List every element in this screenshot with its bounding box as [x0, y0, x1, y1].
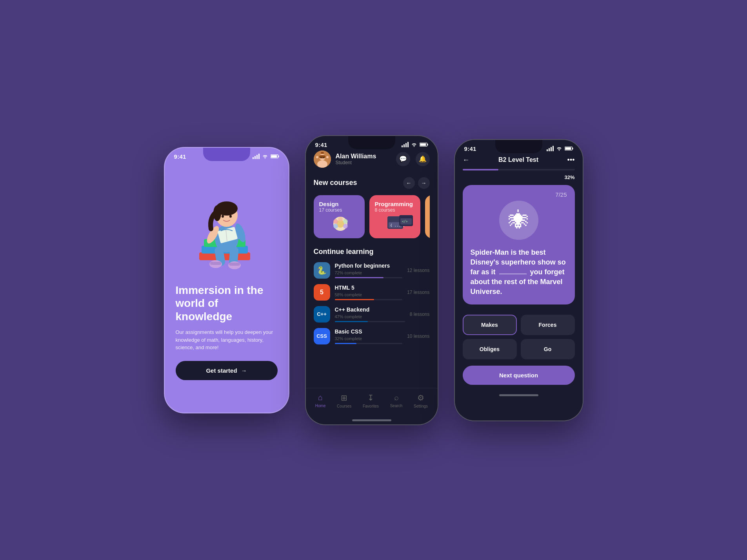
list-item[interactable]: 5 HTML 5 58% complete 17 lessons [314, 284, 430, 301]
battery-icon-2 [420, 142, 428, 147]
progress-fill [463, 169, 499, 170]
svg-text:</>: </> [402, 220, 408, 223]
python-progress-bar [335, 277, 403, 278]
next-question-button[interactable]: Next question [463, 366, 575, 385]
user-details: Alan Williams Student [336, 153, 376, 165]
phone-onboarding: 9:41 [164, 147, 289, 413]
progress-bar-container [455, 169, 583, 170]
nav-search[interactable]: ⌕ Search [390, 393, 403, 408]
nav-courses[interactable]: ⊞ Courses [337, 393, 351, 408]
favorites-label: Favorites [363, 404, 379, 408]
css-info: Basic CSS 32% complete [335, 328, 403, 344]
svg-rect-23 [420, 143, 426, 146]
back-button[interactable]: ← [463, 156, 470, 164]
svg-point-39 [333, 224, 338, 228]
html-progress-bar [335, 299, 403, 300]
courses-icon: ⊞ [341, 393, 347, 402]
notch-2 [348, 136, 395, 149]
next-courses-button[interactable]: → [418, 177, 430, 189]
new-courses-header: New courses ← → [314, 177, 430, 189]
svg-point-18 [222, 215, 224, 217]
answer-obliges-button[interactable]: Obliges [463, 339, 517, 359]
quiz-title: B2 Level Test [498, 156, 538, 163]
svg-rect-31 [321, 152, 324, 154]
svg-rect-48 [565, 147, 571, 150]
svg-rect-2 [278, 156, 279, 157]
svg-rect-33 [326, 156, 329, 158]
svg-rect-11 [210, 262, 221, 265]
css-progress-fill [335, 343, 356, 344]
course-nav-arrows: ← → [403, 177, 430, 189]
svg-rect-32 [316, 156, 318, 158]
onboard-subtitle: Our assignments will help you deepen you… [176, 328, 278, 352]
favorites-icon: ↧ [367, 393, 374, 402]
home-icon: ⌂ [318, 393, 323, 402]
nav-favorites[interactable]: ↧ Favorites [363, 393, 379, 408]
quiz-header: ← B2 Level Test ••• [455, 154, 583, 169]
svg-point-29 [320, 157, 322, 158]
quiz-card: 7/25 🕷 Spider-Man is the best Disney's s… [463, 185, 575, 305]
course-card-lang[interactable]: Lan... 13 c... [425, 195, 430, 238]
chat-button[interactable]: 💬 [396, 152, 410, 166]
design-art [319, 213, 359, 236]
prog-card-count: 8 courses [375, 207, 415, 213]
cpp-progress-bar [335, 321, 405, 322]
answer-makes-button[interactable]: Makes [463, 315, 517, 335]
python-lessons: 12 lessons [407, 268, 429, 273]
python-name: Python for beginners [335, 263, 403, 269]
status-time-1: 9:41 [174, 153, 186, 160]
css-progress-bar [335, 343, 403, 344]
nav-settings[interactable]: ⚙ Settings [414, 393, 428, 408]
search-label: Search [390, 404, 403, 408]
prev-courses-button[interactable]: ← [403, 177, 415, 189]
svg-point-30 [323, 157, 324, 158]
onboard-title: Immersion in the world of knowledge [176, 284, 278, 323]
css-name: Basic CSS [335, 328, 403, 335]
get-started-button[interactable]: Get started → [176, 361, 278, 380]
phone-quiz: 9:41 ← B2 Level [454, 139, 583, 421]
continue-learning-header: Continue learning [314, 248, 430, 256]
signal-icon-3 [547, 146, 554, 151]
status-icons-2 [402, 142, 428, 147]
html-complete: 58% complete [335, 292, 403, 297]
cpp-icon: C++ [314, 306, 330, 323]
svg-rect-49 [572, 148, 573, 149]
html-lessons: 17 lessons [407, 290, 429, 295]
answer-go-button[interactable]: Go [521, 339, 575, 359]
notch-3 [495, 140, 542, 153]
nav-home[interactable]: ⌂ Home [315, 393, 326, 408]
signal-icon-2 [402, 142, 409, 147]
notifications-button[interactable]: 🔔 [416, 152, 430, 166]
courses-scroll: Design 17 courses [314, 195, 430, 238]
prog-art: { ... } </> [375, 214, 415, 237]
svg-point-38 [333, 219, 338, 224]
list-item[interactable]: C++ C++ Backend 47% complete 8 lessons [314, 306, 430, 323]
course-card-design[interactable]: Design 17 courses [314, 195, 365, 238]
status-time-3: 9:41 [464, 145, 476, 152]
wifi-icon-2 [411, 142, 417, 147]
user-role: Student [336, 160, 376, 165]
notch [203, 148, 250, 161]
user-name: Alan Williams [336, 153, 376, 160]
settings-label: Settings [414, 404, 428, 408]
status-icons-3 [547, 146, 573, 151]
cpp-complete: 47% complete [335, 314, 405, 319]
spider-emoji: 🕷 [499, 201, 538, 240]
more-button[interactable]: ••• [567, 156, 575, 164]
design-card-count: 17 courses [319, 207, 359, 213]
prog-card-label: Programming [375, 201, 415, 207]
python-complete: 72% complete [335, 270, 403, 275]
progress-label: 32% [455, 173, 583, 180]
list-item[interactable]: 🐍 Python for beginners 72% complete 12 l… [314, 262, 430, 279]
status-icons-1 [253, 154, 279, 159]
course-card-programming[interactable]: Programming 8 courses { ... } </> [369, 195, 420, 238]
phone-home: 9:41 [305, 135, 438, 425]
answer-forces-button[interactable]: Forces [521, 315, 575, 335]
wifi-icon-1 [262, 154, 268, 159]
home-label: Home [315, 404, 326, 408]
wifi-icon-3 [556, 146, 562, 151]
question-text: Spider-Man is the best Disney's superher… [471, 248, 567, 297]
home-indicator-2 [352, 419, 391, 421]
list-item[interactable]: CSS Basic CSS 32% complete 10 lessons [314, 328, 430, 344]
home-indicator-3 [499, 394, 538, 396]
